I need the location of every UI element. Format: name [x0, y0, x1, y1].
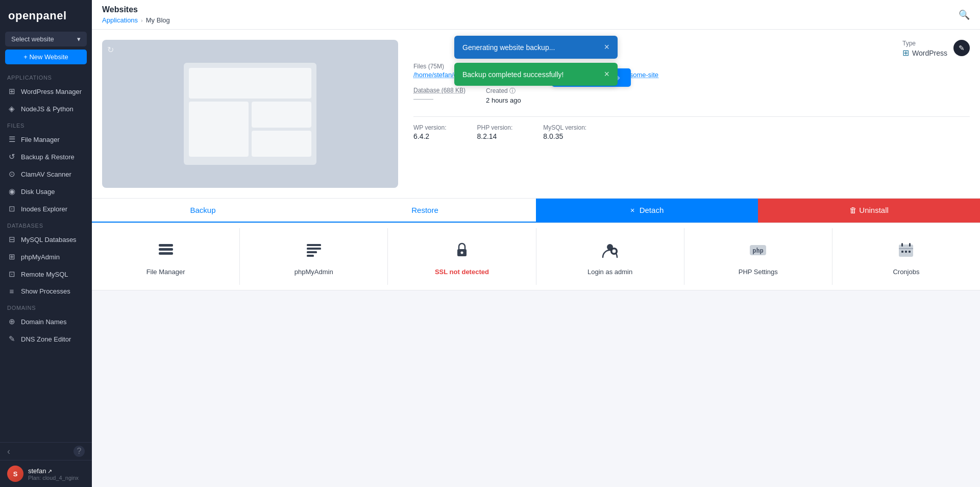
sidebar-item-file-manager[interactable]: ☰File Manager: [0, 131, 92, 148]
breadcrumb-applications[interactable]: Applications: [102, 16, 138, 24]
created-value: 2 hours ago: [486, 96, 521, 104]
type-value: ⊞ WordPress: [902, 48, 947, 58]
backup-tab[interactable]: Backup: [92, 199, 314, 223]
main-content: Websites Applications › My Blog 🔍 Genera…: [92, 0, 980, 487]
sidebar-item-remote-mysql[interactable]: ⊡Remote MySQL: [0, 265, 92, 283]
sidebar-item-label: Disk Usage: [21, 188, 55, 196]
sidebar-item-label: Inodes Explorer: [21, 205, 67, 213]
php-version-block: PHP version: 8.2.14: [477, 124, 512, 140]
quick-action-file-manager[interactable]: File Manager: [92, 228, 240, 285]
svg-rect-16: [901, 243, 903, 247]
preview-mockup: [184, 63, 316, 165]
wp-version-value: 6.4.2: [413, 132, 446, 140]
sidebar-item-nodejs-python[interactable]: ◈NodeJS & Python: [0, 100, 92, 117]
quick-action-php-settings[interactable]: php PHP Settings: [684, 228, 832, 285]
sidebar-user-section: S stefan↗ Plan: cloud_4_nginx: [0, 460, 92, 487]
nav-icon: ☰: [7, 135, 16, 144]
sidebar-item-phpmyadmin[interactable]: ⊞phpMyAdmin: [0, 248, 92, 265]
nav-icon: ⊕: [7, 317, 16, 326]
sidebar-item-mysql-databases[interactable]: ⊟MySQL Databases: [0, 231, 92, 248]
username: stefan↗: [28, 467, 85, 475]
select-website-button[interactable]: Select website ▾: [5, 32, 87, 46]
sidebar-section-label: Databases: [0, 217, 92, 231]
nav-icon: ◈: [7, 104, 16, 113]
svg-text:php: php: [752, 247, 764, 254]
sidebar-section: Databases⊟MySQL Databases⊞phpMyAdmin⊡Rem…: [0, 217, 92, 300]
database-label: Database (688 KB): [413, 87, 465, 94]
edit-button[interactable]: ✎: [953, 40, 970, 56]
sidebar-section-label: Domains: [0, 300, 92, 313]
sidebar-item-label: phpMyAdmin: [21, 253, 60, 261]
svg-rect-2: [159, 252, 173, 255]
quick-action-cronjobs[interactable]: Cronjobs: [832, 228, 980, 285]
chevron-down-icon: ▾: [77, 35, 81, 43]
phpmyadmin-icon: [301, 237, 327, 263]
nav-icon: ⊟: [7, 235, 16, 244]
help-icon[interactable]: ?: [74, 446, 85, 457]
created-label: Created ⓘ: [486, 87, 521, 95]
type-label: Type: [902, 40, 916, 47]
select-website-label: Select website: [11, 35, 54, 43]
nav-icon: ⊙: [7, 169, 16, 179]
php-version-value: 8.2.14: [477, 132, 512, 140]
svg-rect-20: [905, 251, 907, 253]
sidebar-section: Domains⊕Domain Names✎DNS Zone Editor: [0, 300, 92, 348]
search-icon[interactable]: 🔍: [959, 9, 970, 20]
quick-action-ssl[interactable]: SSL not detected: [388, 228, 536, 285]
detach-tab[interactable]: × Detach: [536, 199, 758, 223]
sidebar-item-label: DNS Zone Editor: [21, 335, 71, 343]
website-preview: ↻: [102, 40, 398, 188]
sidebar-item-label: WordPress Manager: [21, 88, 82, 95]
avatar: S: [7, 466, 23, 482]
user-plan: Plan: cloud_4_nginx: [28, 475, 85, 481]
wordpress-icon: ⊞: [902, 48, 909, 58]
preview-block: [252, 102, 311, 128]
toast-close-button[interactable]: ×: [604, 42, 609, 53]
page-section-title: Websites: [102, 5, 170, 14]
sidebar-nav: Applications⊞WordPress Manager◈NodeJS & …: [0, 69, 92, 348]
sidebar-item-wordpress-manager[interactable]: ⊞WordPress Manager: [0, 83, 92, 100]
nav-icon: ◉: [7, 187, 16, 196]
restore-tab[interactable]: Restore: [314, 199, 536, 223]
nav-icon: ⊡: [7, 270, 16, 279]
wp-version-block: WP version: 6.4.2: [413, 124, 446, 140]
svg-point-8: [460, 252, 463, 254]
sidebar-item-domain-names[interactable]: ⊕Domain Names: [0, 313, 92, 330]
type-name: WordPress: [912, 49, 947, 57]
sidebar-item-disk-usage[interactable]: ◉Disk Usage: [0, 183, 92, 200]
collapse-icon[interactable]: ‹: [7, 446, 10, 457]
quick-action-login-admin[interactable]: Login as admin: [536, 228, 684, 285]
cronjobs-label: Cronjobs: [893, 268, 919, 276]
svg-rect-19: [901, 251, 903, 253]
nav-icon: ⊞: [7, 87, 16, 96]
php-version-label: PHP version:: [477, 124, 512, 131]
refresh-icon[interactable]: ↻: [107, 45, 114, 55]
sidebar-section-label: Applications: [0, 69, 92, 83]
phpmyadmin-label: phpMyAdmin: [295, 268, 333, 276]
sidebar-item-label: MySQL Databases: [21, 236, 77, 243]
php-settings-icon: php: [745, 237, 771, 263]
breadcrumb-separator: ›: [141, 17, 143, 23]
sidebar-item-clamav-scanner[interactable]: ⊙ClamAV Scanner: [0, 165, 92, 183]
sidebar-item-backup-restore[interactable]: ↺Backup & Restore: [0, 148, 92, 165]
toast-close-button-2[interactable]: ×: [604, 69, 609, 80]
sidebar-item-show-processes[interactable]: ≡Show Processes: [0, 283, 92, 300]
quick-action-phpmyadmin[interactable]: phpMyAdmin: [240, 228, 388, 285]
sidebar-item-inodes-explorer[interactable]: ⊡Inodes Explorer: [0, 200, 92, 217]
sidebar-item-dns-zone-editor[interactable]: ✎DNS Zone Editor: [0, 330, 92, 348]
new-website-button[interactable]: + New Website: [5, 50, 87, 64]
sidebar-item-label: Domain Names: [21, 318, 67, 326]
nav-icon: ≡: [7, 287, 16, 296]
php-settings-label: PHP Settings: [739, 268, 778, 276]
sidebar: openpanel Select website ▾ + New Website…: [0, 0, 92, 487]
nav-icon: ⊡: [7, 204, 16, 213]
sidebar-item-label: NodeJS & Python: [21, 105, 74, 113]
user-info: stefan↗ Plan: cloud_4_nginx: [28, 467, 85, 481]
wp-version-label: WP version:: [413, 124, 446, 131]
svg-rect-1: [159, 248, 173, 251]
preview-block: [189, 102, 249, 157]
info-versions: WP version: 6.4.2 PHP version: 8.2.14 My…: [413, 124, 970, 140]
toast-completed-message: Backup completed successfully!: [462, 70, 564, 79]
uninstall-tab[interactable]: 🗑 Uninstall: [758, 199, 980, 223]
external-link-icon[interactable]: ↗: [47, 468, 52, 474]
